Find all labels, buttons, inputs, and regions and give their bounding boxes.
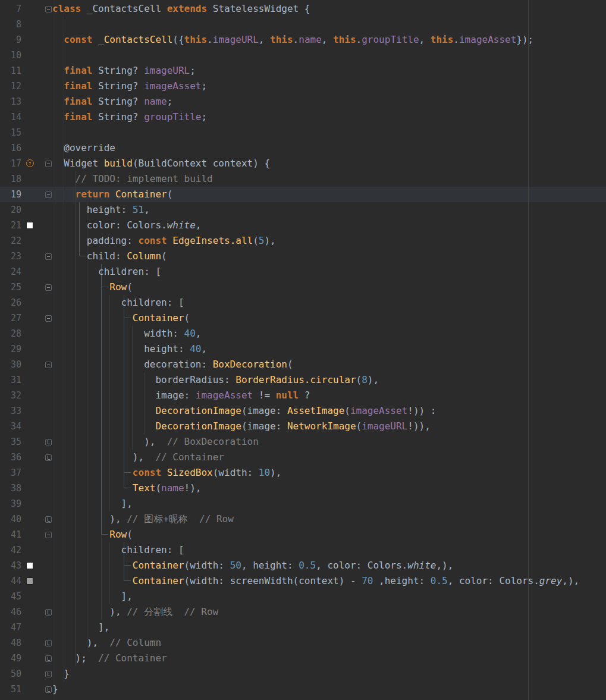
code-line-text[interactable]: class _ContactsCell extends StatelessWid… [52,1,310,17]
editor-line-22[interactable]: 22 padding: const EdgeInsets.all(5), [0,233,606,249]
code-line-text[interactable]: ), // 图标+昵称 // Row [52,511,234,527]
code-line-text[interactable]: DecorationImage(image: AssetImage(imageA… [52,403,436,419]
code-line-text[interactable]: ), // BoxDecoration [52,434,259,450]
line-number[interactable]: 15 [0,125,21,140]
editor-line-21[interactable]: 21 color: Colors.white, [0,218,606,233]
code-line-text[interactable]: // TODO: implement build [52,171,213,187]
fold-start-icon[interactable] [45,253,52,260]
editor-line-15[interactable]: 15 [0,125,606,140]
code-line-text[interactable]: Row( [52,280,133,295]
line-number[interactable]: 41 [0,527,21,542]
color-preview-swatch[interactable] [26,577,33,585]
line-number[interactable]: 33 [0,403,21,419]
code-line-text[interactable]: padding: const EdgeInsets.all(5), [52,233,276,249]
line-number[interactable]: 28 [0,326,21,341]
editor-line-19[interactable]: 19 return Container( [0,187,606,202]
editor-line-14[interactable]: 14 final String? groupTitle; [0,109,606,125]
editor-line-39[interactable]: 39 ], [0,496,606,511]
code-line-text[interactable]: ), // Container [52,450,224,465]
code-line-text[interactable]: child: Column( [52,249,167,264]
line-number[interactable]: 19 [0,187,21,202]
code-line-text[interactable]: @override [52,140,115,156]
editor-line-51[interactable]: 51} [0,682,606,697]
line-number[interactable]: 34 [0,419,21,434]
line-number[interactable]: 30 [0,357,21,372]
line-number[interactable]: 11 [0,63,21,79]
line-number[interactable]: 27 [0,310,21,326]
line-number[interactable]: 47 [0,620,21,635]
editor-line-30[interactable]: 30 decoration: BoxDecoration( [0,357,606,372]
editor-line-45[interactable]: 45 ], [0,589,606,604]
code-editor[interactable]: 7class _ContactsCell extends StatelessWi… [0,0,606,700]
code-line-text[interactable]: } [52,682,58,697]
code-line-text[interactable]: Container(width: 50, height: 0.5, color:… [52,558,453,573]
code-line-text[interactable]: image: imageAsset != null ? [52,388,310,403]
line-number[interactable]: 38 [0,481,21,496]
editor-line-48[interactable]: 48 ), // Column [0,635,606,651]
line-number[interactable]: 49 [0,651,21,666]
code-line-text[interactable]: Container(width: screenWidth(context) - … [52,573,579,589]
editor-line-49[interactable]: 49 ); // Container [0,651,606,666]
code-line-text[interactable]: DecorationImage(image: NetworkImage(imag… [52,419,431,434]
code-line-text[interactable]: Row( [52,527,133,542]
editor-line-7[interactable]: 7class _ContactsCell extends StatelessWi… [0,1,606,17]
editor-line-46[interactable]: 46 ), // 分割线 // Row [0,604,606,620]
line-number[interactable]: 12 [0,79,21,94]
line-number[interactable]: 8 [0,17,21,32]
line-number[interactable]: 35 [0,434,21,450]
line-number[interactable]: 43 [0,558,21,573]
line-number[interactable]: 39 [0,496,21,511]
fold-end-icon[interactable] [45,686,52,693]
editor-line-29[interactable]: 29 height: 40, [0,341,606,357]
code-line-text[interactable]: final String? groupTitle; [52,109,207,125]
editor-line-32[interactable]: 32 image: imageAsset != null ? [0,388,606,403]
editor-line-18[interactable]: 18 // TODO: implement build [0,171,606,187]
line-number[interactable]: 51 [0,682,21,697]
line-number[interactable]: 7 [0,1,21,17]
editor-line-34[interactable]: 34 DecorationImage(image: NetworkImage(i… [0,419,606,434]
fold-start-icon[interactable] [45,6,52,12]
editor-line-17[interactable]: 17↑ Widget build(BuildContext context) { [0,156,606,171]
line-number[interactable]: 20 [0,202,21,218]
code-line-text[interactable]: const SizedBox(width: 10), [52,465,281,481]
code-line-text[interactable]: ), // 分割线 // Row [52,604,218,620]
line-number[interactable]: 45 [0,589,21,604]
editor-line-50[interactable]: 50 } [0,666,606,682]
code-line-text[interactable]: width: 40, [52,326,201,341]
code-line-text[interactable]: ), // Column [52,635,161,651]
fold-end-icon[interactable] [45,609,52,616]
line-number[interactable]: 32 [0,388,21,403]
line-number[interactable]: 36 [0,450,21,465]
line-number[interactable]: 22 [0,233,21,249]
editor-line-42[interactable]: 42 children: [ [0,542,606,558]
editor-line-20[interactable]: 20 height: 51, [0,202,606,218]
line-number[interactable]: 46 [0,604,21,620]
editor-line-11[interactable]: 11 final String? imageURL; [0,63,606,79]
editor-line-13[interactable]: 13 final String? name; [0,94,606,109]
editor-line-33[interactable]: 33 DecorationImage(image: AssetImage(ima… [0,403,606,419]
editor-line-25[interactable]: 25 Row( [0,280,606,295]
line-number[interactable]: 25 [0,280,21,295]
code-line-text[interactable]: color: Colors.white, [52,218,201,233]
line-number[interactable]: 16 [0,140,21,156]
code-line-text[interactable]: height: 51, [52,202,150,218]
fold-end-icon[interactable] [45,655,52,662]
code-line-text[interactable]: Container( [52,310,190,326]
editor-line-40[interactable]: 40 ), // 图标+昵称 // Row [0,511,606,527]
code-line-text[interactable]: return Container( [52,187,172,202]
line-number[interactable]: 21 [0,218,21,233]
editor-line-10[interactable]: 10 [0,48,606,63]
line-number[interactable]: 50 [0,666,21,682]
code-line-text[interactable]: Widget build(BuildContext context) { [52,156,270,171]
line-number[interactable]: 26 [0,295,21,310]
editor-line-36[interactable]: 36 ), // Container [0,450,606,465]
editor-line-9[interactable]: 9 const _ContactsCell({this.imageURL, th… [0,32,606,48]
line-number[interactable]: 24 [0,264,21,280]
line-number[interactable]: 40 [0,511,21,527]
fold-end-icon[interactable] [45,671,52,677]
editor-line-38[interactable]: 38 Text(name!), [0,481,606,496]
fold-start-icon[interactable] [45,284,52,291]
line-number[interactable]: 37 [0,465,21,481]
editor-line-35[interactable]: 35 ), // BoxDecoration [0,434,606,450]
code-line-text[interactable]: } [52,666,70,682]
